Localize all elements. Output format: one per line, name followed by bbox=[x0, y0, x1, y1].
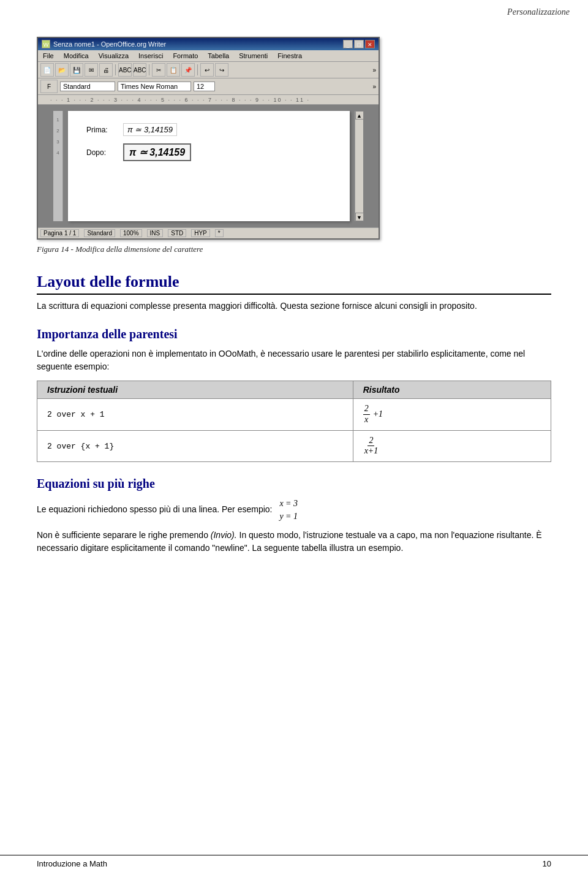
ruler-marks: · · · 1 · · · 2 · · · 3 · · · 4 · · · 5 … bbox=[50, 97, 310, 103]
oo-formatting-bar: F Standard Times New Roman 12 » bbox=[38, 78, 379, 95]
eq-line2: y = 1 bbox=[279, 510, 298, 523]
menu-formato[interactable]: Formato bbox=[170, 51, 200, 60]
subsection-parentesi-desc: L'ordine delle operazioni non è implemen… bbox=[37, 347, 551, 373]
statusbar-std: STD bbox=[168, 229, 186, 237]
menu-modifica[interactable]: Modifica bbox=[61, 51, 91, 60]
toolbar-btn-3[interactable]: 💾 bbox=[70, 63, 83, 77]
toolbar-btn-redo[interactable]: ↪ bbox=[215, 63, 228, 77]
table-col2-header: Risultato bbox=[353, 381, 551, 399]
toolbar-btn-2[interactable]: 📂 bbox=[55, 63, 69, 77]
scroll-down[interactable]: ▼ bbox=[355, 213, 364, 221]
section-title-layout: Layout delle formule bbox=[37, 273, 551, 295]
menu-tabella[interactable]: Tabella bbox=[205, 51, 232, 60]
scroll-up[interactable]: ▲ bbox=[355, 111, 364, 119]
oo-app-icon: W bbox=[42, 40, 50, 48]
page-section-label: Personalizzazione bbox=[507, 7, 570, 17]
toolbar-btn-undo[interactable]: ↩ bbox=[200, 63, 214, 77]
table-row: 2 over {x + 1} 2 x+1 bbox=[37, 430, 551, 462]
close-button[interactable]: ✕ bbox=[365, 40, 375, 48]
toolbar-btn-copy[interactable]: 📋 bbox=[167, 63, 180, 77]
oo-ruler: · · · 1 · · · 2 · · · 3 · · · 4 · · · 5 … bbox=[38, 95, 379, 105]
toolbar-btn-paste[interactable]: 📌 bbox=[181, 63, 195, 77]
oo-menubar: File Modifica Visualizza Inserisci Forma… bbox=[38, 50, 379, 62]
restore-button[interactable]: □ bbox=[354, 40, 364, 48]
oo-page: Prima: π ≃ 3,14159 Dopo: π ≃ 3,14159 bbox=[68, 111, 350, 221]
righe-text1-content: Le equazioni richiedono spesso più di un… bbox=[37, 504, 272, 514]
table-cell-instruction-1: 2 over x + 1 bbox=[37, 399, 353, 431]
style-icon[interactable]: F bbox=[40, 80, 58, 93]
statusbar-hyp: HYP bbox=[191, 229, 210, 237]
menu-finestra[interactable]: Finestra bbox=[275, 51, 304, 60]
statusbar-zoom: 100% bbox=[120, 229, 142, 237]
oo-writer-window: W Senza nome1 - OpenOffice.org Writer _ … bbox=[37, 37, 380, 240]
oo-title: W Senza nome1 - OpenOffice.org Writer bbox=[42, 40, 166, 48]
page-footer: Introduzione a Math 10 bbox=[0, 855, 588, 872]
toolbar-btn-5[interactable]: 🖨 bbox=[99, 63, 113, 77]
righe-text2-em: (Invio). bbox=[211, 530, 237, 540]
dopo-line: Dopo: π ≃ 3,14159 bbox=[86, 143, 331, 161]
section-layout-intro: La scrittura di equazioni complesse pres… bbox=[37, 300, 551, 313]
subsection-righe-text2: Non è sufficiente separare le righe prem… bbox=[37, 529, 551, 555]
toolbar-btn-1[interactable]: 📄 bbox=[40, 63, 54, 77]
oo-statusbar: Pagina 1 / 1 Standard 100% INS STD HYP * bbox=[38, 227, 379, 238]
subsection-title-parentesi: Importanza delle parentesi bbox=[37, 327, 551, 341]
toolbar-overflow: » bbox=[372, 67, 376, 74]
formatting-overflow: » bbox=[372, 83, 376, 90]
figure-caption: Figura 14 - Modifica della dimensione de… bbox=[37, 245, 203, 254]
menu-file[interactable]: File bbox=[40, 51, 56, 60]
prima-line: Prima: π ≃ 3,14159 bbox=[86, 123, 331, 136]
instruction-code-1: 2 over x + 1 bbox=[47, 410, 105, 419]
oo-titlebar: W Senza nome1 - OpenOffice.org Writer _ … bbox=[38, 38, 379, 50]
footer-right: 10 bbox=[543, 859, 551, 868]
subsection-righe-text1: Le equazioni richiedono spesso più di un… bbox=[37, 497, 551, 523]
font-dropdown[interactable]: Times New Roman bbox=[118, 82, 191, 91]
menu-strumenti[interactable]: Strumenti bbox=[236, 51, 270, 60]
minimize-button[interactable]: _ bbox=[343, 40, 353, 48]
eq-line1: x = 3 bbox=[279, 497, 298, 510]
toolbar-btn-7[interactable]: ABC bbox=[133, 63, 146, 77]
oo-toolbar: 📄 📂 💾 ✉ 🖨 ABC ABC ✂ 📋 📌 ↩ ↪ » bbox=[38, 62, 379, 78]
table-col1-header: Istruzioni testuali bbox=[37, 381, 353, 399]
statusbar-ins: INS bbox=[147, 229, 164, 237]
subsection-title-righe: Equazioni su più righe bbox=[37, 477, 551, 491]
instruction-code-2: 2 over {x + 1} bbox=[47, 442, 114, 451]
figure-14: W Senza nome1 - OpenOffice.org Writer _ … bbox=[37, 37, 551, 254]
toolbar-btn-6[interactable]: ABC bbox=[118, 63, 132, 77]
oo-window-title: Senza nome1 - OpenOffice.org Writer bbox=[53, 40, 166, 48]
statusbar-style: Standard bbox=[84, 229, 115, 237]
table-cell-result-2: 2 x+1 bbox=[353, 430, 551, 462]
prima-formula: π ≃ 3,14159 bbox=[123, 123, 177, 136]
righe-text2-content: Non è sufficiente separare le righe prem… bbox=[37, 530, 208, 540]
math-result-2: 2 x+1 bbox=[363, 441, 380, 450]
toolbar-btn-4[interactable]: ✉ bbox=[85, 63, 98, 77]
dopo-label: Dopo: bbox=[86, 148, 117, 157]
multi-line-equation: x = 3 y = 1 bbox=[279, 497, 298, 523]
prima-label: Prima: bbox=[86, 126, 117, 134]
size-dropdown[interactable]: 12 bbox=[194, 82, 215, 91]
dopo-formula: π ≃ 3,14159 bbox=[123, 143, 191, 161]
footer-left: Introduzione a Math bbox=[37, 859, 107, 868]
statusbar-star: * bbox=[215, 229, 224, 237]
menu-visualizza[interactable]: Visualizza bbox=[96, 51, 131, 60]
table-cell-instruction-2: 2 over {x + 1} bbox=[37, 430, 353, 462]
oo-document-area: 1234 Prima: π ≃ 3,14159 Dopo bbox=[38, 105, 379, 227]
toolbar-btn-cut[interactable]: ✂ bbox=[152, 63, 165, 77]
menu-inserisci[interactable]: Inserisci bbox=[136, 51, 165, 60]
statusbar-page: Pagina 1 / 1 bbox=[40, 229, 79, 237]
oo-window-controls[interactable]: _ □ ✕ bbox=[343, 40, 375, 48]
style-dropdown[interactable]: Standard bbox=[60, 82, 115, 91]
table-cell-result-1: 2 x +1 bbox=[353, 399, 551, 431]
parentesi-table: Istruzioni testuali Risultato 2 over x +… bbox=[37, 381, 551, 462]
math-result-1: 2 x +1 bbox=[363, 404, 383, 413]
table-row: 2 over x + 1 2 x +1 bbox=[37, 399, 551, 431]
